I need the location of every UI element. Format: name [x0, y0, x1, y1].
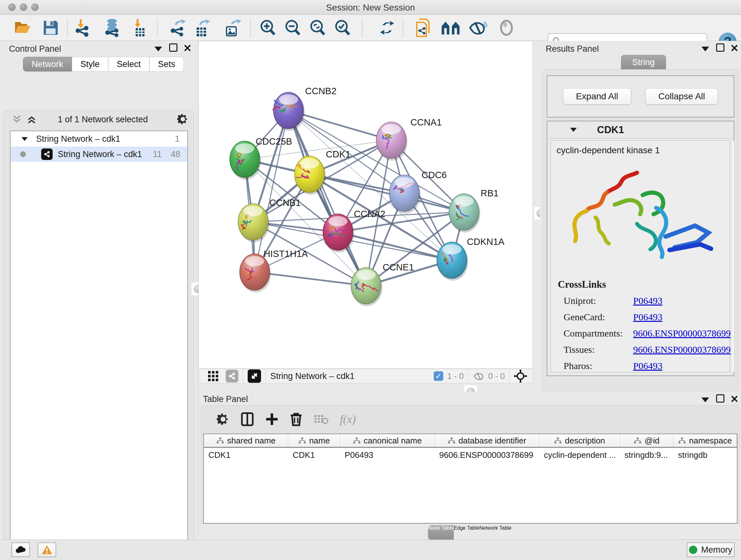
- column-header-shared-name[interactable]: shared name: [204, 434, 288, 447]
- node-CCNA1[interactable]: CCNA1: [376, 117, 442, 161]
- collapse-all-networks-icon[interactable]: [27, 115, 37, 124]
- save-session-icon[interactable]: [41, 18, 61, 38]
- tab-network[interactable]: Network: [23, 57, 72, 71]
- table-cell[interactable]: stringdb: [673, 450, 737, 460]
- zoom-out-icon[interactable]: [283, 18, 302, 38]
- tab-edge-table[interactable]: Edge Table: [454, 525, 479, 540]
- node-RB1[interactable]: RB1: [449, 188, 498, 233]
- export-table-icon[interactable]: [192, 18, 212, 38]
- grid-view-icon[interactable]: [208, 371, 219, 381]
- column-header-name[interactable]: name: [288, 434, 340, 447]
- node-CDC6[interactable]: CDC6: [389, 170, 447, 213]
- import-network-database-icon[interactable]: [102, 18, 122, 38]
- apply-layout-icon[interactable]: [377, 18, 397, 38]
- tab-string[interactable]: String: [621, 55, 666, 70]
- control-panel-maximize-icon[interactable]: [169, 44, 178, 52]
- gene-entry-header[interactable]: CDK1: [547, 121, 734, 138]
- tab-node-table[interactable]: Node Table: [428, 525, 454, 540]
- node-CCNE1[interactable]: CCNE1: [351, 262, 414, 306]
- control-panel-float-icon[interactable]: [154, 47, 162, 51]
- column-header-@id[interactable]: @id: [620, 434, 674, 447]
- crosslink-link[interactable]: P06493: [633, 295, 663, 306]
- cloud-status-button[interactable]: [11, 543, 30, 557]
- expand-all-button[interactable]: Expand All: [563, 88, 631, 105]
- table-panel-float-icon[interactable]: [701, 397, 709, 402]
- zoom-fit-icon[interactable]: [308, 18, 327, 38]
- node-CCNB2[interactable]: CCNB2: [272, 86, 337, 131]
- open-file-icon[interactable]: [13, 18, 32, 38]
- show-all-icon[interactable]: [496, 18, 516, 38]
- tab-style[interactable]: Style: [72, 57, 108, 71]
- selected-nodes-checkbox[interactable]: ✓: [434, 371, 443, 381]
- node-table-container: f(x) shared namenamecanonical namedataba…: [201, 405, 740, 524]
- zoom-selected-icon[interactable]: [333, 18, 352, 38]
- results-panel-close-icon[interactable]: ✕: [730, 42, 739, 54]
- delete-table-icon[interactable]: [314, 414, 328, 425]
- results-scrollbar[interactable]: [731, 140, 734, 372]
- table-cell[interactable]: CDK1: [288, 450, 340, 460]
- export-network-icon[interactable]: [168, 18, 188, 38]
- export-image-icon[interactable]: [223, 18, 243, 38]
- show-columns-icon[interactable]: [241, 412, 254, 426]
- network-edge-count: 48: [171, 149, 180, 159]
- expand-all-networks-icon[interactable]: [12, 115, 22, 124]
- first-neighbors-icon[interactable]: [441, 18, 461, 38]
- entry-collapse-icon[interactable]: [570, 128, 577, 132]
- memory-button[interactable]: Memory: [687, 543, 735, 557]
- crosslink-row: Uniprot:P06493: [558, 295, 731, 306]
- column-type-icon: [216, 437, 224, 444]
- edge-CCNB2-HIST1H1A[interactable]: [255, 111, 288, 272]
- birds-eye-view-icon[interactable]: [248, 369, 261, 383]
- table-header-row: shared namenamecanonical namedatabase id…: [204, 434, 737, 448]
- tab-network-table[interactable]: Network Table: [479, 525, 512, 540]
- network-collection-row[interactable]: String Network – cdk1 1: [10, 131, 187, 146]
- warnings-button[interactable]: [38, 543, 56, 557]
- import-network-file-icon[interactable]: [73, 18, 92, 38]
- fit-content-crosshair-icon[interactable]: [514, 370, 527, 382]
- delete-column-icon[interactable]: [290, 412, 302, 426]
- crosslink-link[interactable]: P06493: [633, 312, 663, 322]
- tab-sets[interactable]: Sets: [149, 57, 184, 71]
- control-panel-close-icon[interactable]: ✕: [183, 42, 192, 54]
- crosslink-link[interactable]: 9606.ENSP00000378699: [633, 328, 731, 339]
- crosslink-link[interactable]: 9606.ENSP00000378699: [633, 344, 731, 355]
- table-cell[interactable]: stringdb:9...: [620, 450, 674, 460]
- table-panel-close-icon[interactable]: ✕: [730, 393, 739, 405]
- network-row[interactable]: String Network – cdk1 11 48: [10, 146, 187, 162]
- function-builder-icon[interactable]: f(x): [340, 413, 356, 426]
- crosslink-link[interactable]: P06493: [633, 361, 663, 371]
- collection-collapse-icon[interactable]: [21, 137, 27, 141]
- hide-selected-icon[interactable]: [468, 18, 488, 38]
- edge-HIST1H1A-CCNE1[interactable]: [255, 272, 366, 286]
- column-header-namespace[interactable]: namespace: [673, 434, 737, 447]
- column-type-icon: [353, 437, 360, 444]
- results-panel-maximize-icon[interactable]: [716, 44, 724, 52]
- node-label-CCNA1: CCNA1: [410, 117, 442, 127]
- node-CDKN1A[interactable]: CDKN1A: [437, 237, 504, 281]
- hidden-eye-icon[interactable]: [473, 371, 485, 381]
- table-cell[interactable]: CDK1: [204, 450, 288, 460]
- import-table-file-icon[interactable]: [130, 18, 149, 38]
- results-panel-float-icon[interactable]: [701, 47, 709, 51]
- table-cell[interactable]: P06493: [340, 450, 434, 460]
- column-header-description[interactable]: description: [539, 434, 620, 447]
- node-HIST1H1A[interactable]: HIST1H1A: [240, 249, 308, 293]
- table-cell[interactable]: 9606.ENSP00000378699: [434, 450, 539, 460]
- tab-select[interactable]: Select: [108, 57, 149, 71]
- new-network-from-selection-icon[interactable]: [414, 18, 433, 38]
- node-CDC25B[interactable]: CDC25B: [230, 136, 292, 180]
- zoom-in-icon[interactable]: [258, 18, 278, 38]
- network-canvas[interactable]: CCNB2CCNA1CDC25BCDK1CDC6RB1CCNB1CCNA2CDK…: [199, 41, 533, 369]
- table-options-gear-icon[interactable]: [217, 413, 229, 426]
- node-table[interactable]: shared namenamecanonical namedatabase id…: [203, 434, 738, 523]
- column-header-database-identifier[interactable]: database identifier: [434, 434, 539, 447]
- crosslink-label: Uniprot:: [563, 295, 633, 306]
- network-options-gear-icon[interactable]: [177, 113, 189, 125]
- table-row[interactable]: CDK1CDK1P064939606.ENSP00000378699cyclin…: [204, 448, 737, 462]
- table-cell[interactable]: cyclin-dependent ...: [539, 450, 620, 460]
- column-header-canonical-name[interactable]: canonical name: [340, 434, 434, 447]
- network-view-share-icon[interactable]: [226, 370, 239, 382]
- add-column-icon[interactable]: [265, 413, 279, 426]
- table-panel-maximize-icon[interactable]: [716, 394, 724, 402]
- collapse-all-button[interactable]: Collapse All: [645, 88, 718, 105]
